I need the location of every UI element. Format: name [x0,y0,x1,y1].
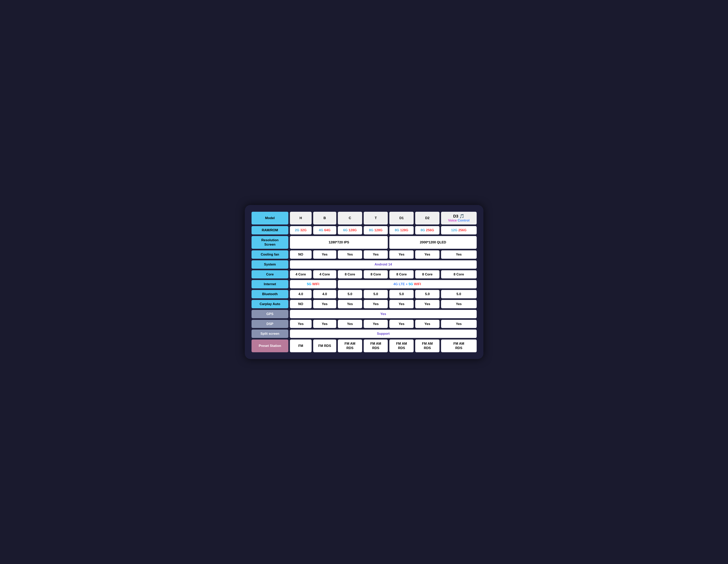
rom-val-t: 128G [374,228,383,232]
label-resolution: ResolutionScreen [251,235,289,249]
voice-text: Voice [448,218,457,222]
label-gps: GPS [251,310,289,319]
preset-d2: FM AMRDS [415,339,440,353]
label-ram-rom: RAM/ROM [251,226,289,235]
rom-val-h: 32G [300,228,307,232]
bt-h: 4.0 [290,290,312,299]
rom-val-b: 64G [324,228,330,232]
wifi-text-left: WIFI [312,282,319,286]
core-t: 8 Core [363,270,388,279]
col-b: B [313,211,337,225]
cooling-t: Yes [363,250,388,259]
ram-t: 8G 128G [363,226,388,235]
cooling-d1: Yes [389,250,414,259]
bt-d1: 5.0 [389,290,414,299]
label-internet: Internet [251,279,289,289]
resolution-qled: 2000*1200 QLED [389,235,477,249]
rom-val-d2: 256G [426,228,434,232]
resolution-ips: 1280*720 IPS [290,235,388,249]
wifi-text-right: WIFI [414,282,421,286]
carplay-d2: Yes [415,300,440,309]
5g-text: 5G [307,282,312,286]
cooling-c: Yes [337,250,363,259]
cooling-h: NO [290,250,312,259]
bt-c: 5.0 [337,290,363,299]
row-preset-station: Preset Station FM FM RDS FM AMRDS FM AMR… [251,339,477,353]
internet-4glte: 4G LTE + 5G WIFI [337,279,477,289]
row-internet: Internet 5G WIFI 4G LTE + 5G WIFI [251,279,477,289]
ram-val-t: 8G [369,228,374,232]
label-system: System [251,260,289,269]
rom-val-c: 128G [349,228,357,232]
ram-val-d1: 8G [395,228,400,232]
col-d2: D2 [415,211,440,225]
row-resolution: ResolutionScreen 1280*720 IPS 2000*1200 … [251,235,477,249]
col-t: T [363,211,388,225]
row-carplay: Carplay Auto NO Yes Yes Yes Yes Yes Yes [251,300,477,309]
ram-d1: 8G 128G [389,226,414,235]
preset-c: FM AMRDS [337,339,363,353]
ram-d3: 12G 256G [441,226,477,235]
dsp-d1: Yes [389,320,414,329]
ram-val-h: 2G [295,228,300,232]
col-h: H [290,211,312,225]
row-dsp: DSP Yes Yes Yes Yes Yes Yes Yes [251,320,477,329]
core-b: 4 Core [313,270,337,279]
cooling-d3: Yes [441,250,477,259]
ram-val-c: 6G [343,228,349,232]
bt-b: 4.0 [313,290,337,299]
label-model: Model [251,211,289,225]
system-value: Android 14 [290,260,477,269]
bt-d3: 5.0 [441,290,477,299]
carplay-b: Yes [313,300,337,309]
preset-d1: FM AMRDS [389,339,414,353]
split-value: Support [290,329,477,338]
ram-c: 6G 128G [337,226,363,235]
carplay-h: NO [290,300,312,309]
ram-val-b: 4G [319,228,324,232]
ram-b: 4G 64G [313,226,337,235]
ram-val-d2: 8G [421,228,426,232]
ram-d2: 8G 256G [415,226,440,235]
carplay-d3: Yes [441,300,477,309]
d3-subtitle: Voice Control [443,218,475,222]
label-bluetooth: Bluetooth [251,290,289,299]
carplay-t: Yes [363,300,388,309]
bt-t: 5.0 [363,290,388,299]
col-d1: D1 [389,211,414,225]
bt-d2: 5.0 [415,290,440,299]
control-text: Control [458,218,470,222]
row-core: Core 4 Core 4 Core 8 Core 8 Core 8 Core … [251,270,477,279]
carplay-d1: Yes [389,300,414,309]
core-d3: 8 Core [441,270,477,279]
row-cooling: Cooling fan NO Yes Yes Yes Yes Yes Yes [251,250,477,259]
label-dsp: DSP [251,320,289,329]
row-model: Model H B C T D1 D2 D3 🎵 Voice Control [251,211,477,225]
dsp-c: Yes [337,320,363,329]
gps-value: Yes [290,310,477,319]
dsp-t: Yes [363,320,388,329]
row-split-screen: Split screen Support [251,329,477,338]
dsp-d3: Yes [441,320,477,329]
cooling-b: Yes [313,250,337,259]
dsp-b: Yes [313,320,337,329]
comparison-table: Model H B C T D1 D2 D3 🎵 Voice Control R… [250,210,478,354]
row-bluetooth: Bluetooth 4.0 4.0 5.0 5.0 5.0 5.0 5.0 [251,290,477,299]
core-d2: 8 Core [415,270,440,279]
label-cooling: Cooling fan [251,250,289,259]
dsp-d2: Yes [415,320,440,329]
row-ram-rom: RAM/ROM 2G 32G 4G 64G 6G 128G 8G 128G 8G… [251,226,477,235]
ram-val-d3: 12G [451,228,458,232]
core-c: 8 Core [337,270,363,279]
label-core: Core [251,270,289,279]
core-h: 4 Core [290,270,312,279]
label-split-screen: Split screen [251,329,289,338]
preset-d3: FM AMRDS [441,339,477,353]
4g-lte-text: 4G LTE + [393,282,409,286]
carplay-c: Yes [337,300,363,309]
d3-title: D3 🎵 [443,214,475,218]
dsp-h: Yes [290,320,312,329]
core-d1: 8 Core [389,270,414,279]
row-system: System Android 14 [251,260,477,269]
preset-b: FM RDS [313,339,337,353]
